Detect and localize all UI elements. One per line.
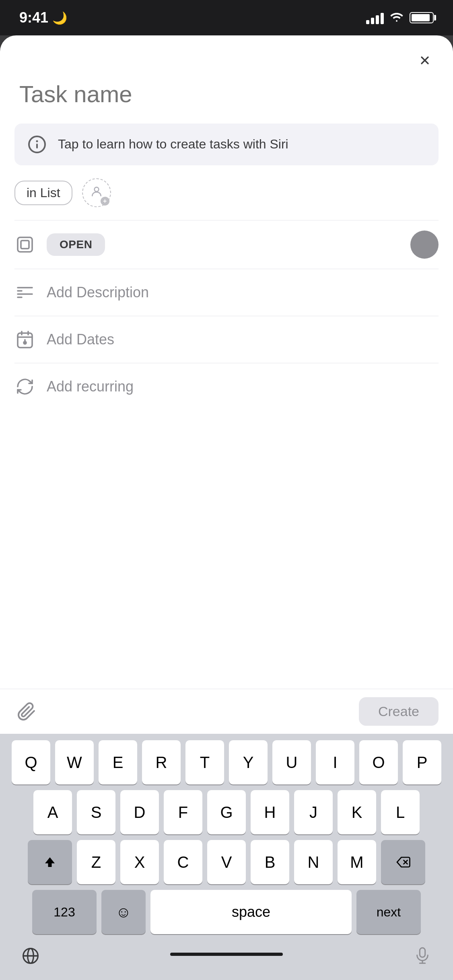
- keyboard-row-3: Z X C V B N M: [3, 840, 450, 884]
- keyboard: Q W E R T Y U I O P A S D F G H J K L: [0, 734, 453, 980]
- shift-key[interactable]: [28, 840, 72, 884]
- key-z[interactable]: Z: [77, 840, 115, 884]
- dates-icon: [14, 329, 35, 350]
- wifi-icon: [390, 11, 403, 25]
- svg-rect-22: [420, 948, 425, 957]
- plus-badge: +: [101, 197, 109, 206]
- key-v[interactable]: V: [207, 840, 246, 884]
- key-r[interactable]: R: [142, 740, 181, 784]
- key-u[interactable]: U: [272, 740, 311, 784]
- emoji-key[interactable]: ☺: [101, 890, 146, 934]
- keyboard-bottom: [3, 940, 450, 980]
- key-x[interactable]: X: [120, 840, 159, 884]
- recurring-icon: [14, 376, 35, 397]
- assign-button[interactable]: +: [82, 178, 111, 207]
- space-key[interactable]: space: [150, 890, 352, 934]
- key-a[interactable]: A: [33, 790, 72, 834]
- key-t[interactable]: T: [185, 740, 224, 784]
- svg-rect-6: [18, 237, 32, 252]
- mic-icon[interactable]: [406, 940, 439, 972]
- key-i[interactable]: I: [316, 740, 354, 784]
- create-task-modal: Tap to learn how to create tasks with Si…: [0, 35, 453, 980]
- key-s[interactable]: S: [77, 790, 115, 834]
- key-j[interactable]: J: [294, 790, 333, 834]
- key-w[interactable]: W: [55, 740, 94, 784]
- key-m[interactable]: M: [338, 840, 376, 884]
- key-o[interactable]: O: [359, 740, 398, 784]
- person-icon: [90, 185, 103, 201]
- key-q[interactable]: Q: [12, 740, 50, 784]
- create-button[interactable]: Create: [359, 697, 439, 726]
- key-f[interactable]: F: [164, 790, 202, 834]
- key-n[interactable]: N: [294, 840, 333, 884]
- numbers-key[interactable]: 123: [32, 890, 97, 934]
- svg-point-5: [94, 187, 99, 191]
- next-key[interactable]: next: [356, 890, 421, 934]
- description-label: Add Description: [47, 284, 439, 301]
- key-g[interactable]: G: [207, 790, 246, 834]
- key-h[interactable]: H: [251, 790, 289, 834]
- task-name-input[interactable]: [0, 72, 453, 124]
- siri-banner[interactable]: Tap to learn how to create tasks with Si…: [14, 124, 439, 165]
- keyboard-row-4: 123 ☺ space next: [3, 890, 450, 934]
- keyboard-row-1: Q W E R T Y U I O P: [3, 740, 450, 784]
- key-p[interactable]: P: [403, 740, 441, 784]
- backspace-key[interactable]: [381, 840, 425, 884]
- open-button[interactable]: OPEN: [47, 233, 105, 256]
- status-icon: [14, 234, 35, 255]
- key-y[interactable]: Y: [229, 740, 268, 784]
- globe-icon[interactable]: [14, 940, 47, 972]
- in-list-button[interactable]: in List: [14, 181, 72, 205]
- tag-row: in List +: [0, 178, 453, 220]
- description-row[interactable]: Add Description: [0, 269, 453, 316]
- dates-label: Add Dates: [47, 331, 439, 348]
- status-icons: [366, 11, 434, 25]
- svg-point-16: [24, 342, 26, 344]
- attach-button[interactable]: [14, 700, 39, 724]
- modal-toolbar: Create: [0, 689, 453, 734]
- status-time: 9:41 🌙: [19, 9, 67, 26]
- status-row: OPEN: [0, 220, 453, 269]
- close-button[interactable]: [413, 48, 437, 72]
- recurring-row[interactable]: Add recurring: [0, 363, 453, 410]
- recurring-label: Add recurring: [47, 378, 439, 395]
- svg-rect-7: [21, 241, 29, 249]
- info-icon: [27, 135, 47, 154]
- moon-icon: 🌙: [52, 11, 67, 25]
- signal-icon: [366, 11, 384, 24]
- time-display: 9:41: [19, 9, 48, 26]
- keyboard-row-2: A S D F G H J K L: [3, 790, 450, 834]
- key-b[interactable]: B: [251, 840, 289, 884]
- key-d[interactable]: D: [120, 790, 159, 834]
- key-k[interactable]: K: [338, 790, 376, 834]
- key-l[interactable]: L: [381, 790, 420, 834]
- battery-icon: [410, 12, 434, 23]
- description-icon: [14, 282, 35, 303]
- status-bar: 9:41 🌙: [0, 0, 453, 35]
- dates-row[interactable]: Add Dates: [0, 316, 453, 363]
- modal-header: [0, 35, 453, 72]
- status-circle[interactable]: [410, 231, 439, 259]
- key-e[interactable]: E: [99, 740, 137, 784]
- home-indicator: [170, 953, 283, 956]
- key-c[interactable]: C: [164, 840, 202, 884]
- siri-banner-text: Tap to learn how to create tasks with Si…: [58, 136, 288, 153]
